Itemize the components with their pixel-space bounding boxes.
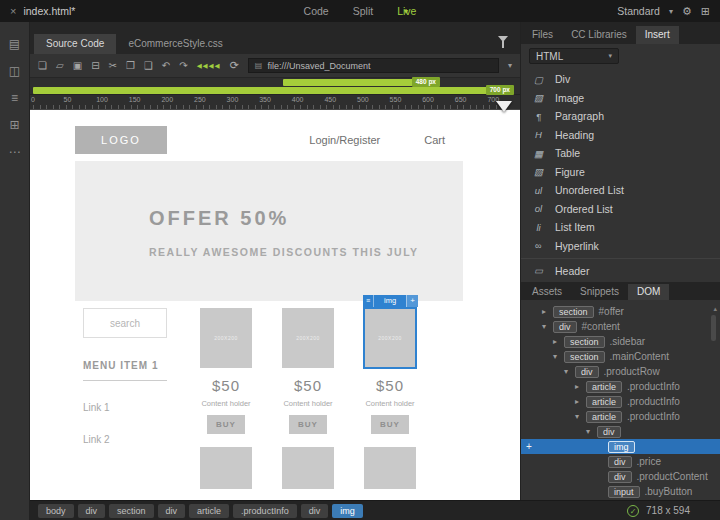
dom-tree-row[interactable]: + ▾ div xyxy=(521,424,720,439)
insert-item[interactable]: H Heading xyxy=(521,126,720,145)
dom-tag-pill[interactable]: img xyxy=(608,441,635,453)
workspace-selector[interactable]: Standard xyxy=(617,5,660,17)
insert-item[interactable]: ∞ Hyperlink xyxy=(521,237,720,256)
cart-link[interactable]: Cart xyxy=(424,134,445,146)
tag-selector-pill[interactable]: article xyxy=(189,504,229,518)
document-tab-title[interactable]: index.html* xyxy=(23,5,75,17)
toolbar-icon[interactable]: ↷ xyxy=(179,61,187,71)
dom-tree-row[interactable]: + div .price xyxy=(521,454,720,469)
toolbar-icon[interactable]: ❏ xyxy=(38,61,47,71)
dom-tree-row[interactable]: + ▾ div #content xyxy=(521,319,720,334)
panel-tab[interactable]: Insert xyxy=(636,26,679,44)
dom-tree-row[interactable]: + ▸ section .sidebar xyxy=(521,334,720,349)
tag-selector-pill[interactable]: section xyxy=(109,504,154,518)
login-register-link[interactable]: Login/Register xyxy=(309,134,380,146)
tag-selector-pill[interactable]: div xyxy=(78,504,106,518)
collapse-arrows-icon[interactable]: ◀◀◀◀ xyxy=(197,62,221,70)
dom-tree-row[interactable]: + div .productContent xyxy=(521,469,720,484)
related-file-tab[interactable]: eCommerceStyle.css xyxy=(116,34,234,54)
viewport-dimensions[interactable]: 718 x 594 xyxy=(646,505,690,516)
buy-button[interactable]: BUY xyxy=(207,415,245,434)
dom-tag-pill[interactable]: input xyxy=(608,486,640,498)
dom-tag-pill[interactable]: div xyxy=(575,366,599,378)
dom-disclosure-icon[interactable]: ▸ xyxy=(575,379,586,394)
dom-tree-row[interactable]: + ▸ section #offer xyxy=(521,304,720,319)
page-logo[interactable]: LOGO xyxy=(75,126,167,154)
insert-item[interactable]: ol Ordered List xyxy=(521,200,720,219)
dom-tag-pill[interactable]: div xyxy=(608,471,632,483)
dom-tag-pill[interactable]: article xyxy=(586,396,622,408)
media-query-480[interactable]: 480 px xyxy=(283,79,439,86)
search-input[interactable] xyxy=(83,308,167,338)
insert-item[interactable]: ▨ Image xyxy=(521,89,720,108)
dom-tree-row[interactable]: + input .buyButton xyxy=(521,484,720,499)
panel-tab[interactable]: Files xyxy=(523,26,562,44)
rail-icon[interactable]: ⋯ xyxy=(9,146,21,158)
dom-tag-pill[interactable]: article xyxy=(586,411,622,423)
bottom-panel-tab[interactable]: Assets xyxy=(523,284,571,300)
product-image-placeholder[interactable]: 200X200 xyxy=(282,308,334,368)
filter-related-files[interactable] xyxy=(498,28,508,46)
dom-add-element-icon[interactable]: + xyxy=(526,439,532,454)
rail-icon[interactable]: ⊞ xyxy=(9,119,19,131)
insert-item[interactable]: ▧ Figure xyxy=(521,163,720,182)
toolbar-icon[interactable]: ▣ xyxy=(73,61,82,71)
toolbar-icon[interactable]: ✂ xyxy=(109,61,117,71)
selected-element-badge[interactable]: ≡ img + xyxy=(363,295,418,307)
refresh-icon[interactable]: ⟳ xyxy=(230,59,239,72)
rail-icon[interactable]: ≡ xyxy=(11,92,18,104)
scrollbar-thumb[interactable] xyxy=(711,315,716,341)
toolbar-icon[interactable]: ❑ xyxy=(144,61,153,71)
toolbar-icon[interactable]: ❐ xyxy=(126,61,135,71)
insert-category-select[interactable]: HTML ▾ xyxy=(529,48,619,64)
dom-disclosure-icon[interactable]: ▸ xyxy=(553,334,564,349)
dom-disclosure-icon[interactable]: ▸ xyxy=(575,394,586,409)
dom-tag-pill[interactable]: article xyxy=(586,381,622,393)
dom-disclosure-icon[interactable]: ▾ xyxy=(564,364,575,379)
buy-button[interactable]: BUY xyxy=(371,415,409,434)
dom-tree-row[interactable]: + ▾ section .mainContent xyxy=(521,349,720,364)
insert-item[interactable]: ▭ Header xyxy=(521,262,720,281)
view-mode-button[interactable]: Split xyxy=(353,5,373,17)
address-caret-icon[interactable]: ▾ xyxy=(508,61,512,70)
tag-selector-pill[interactable]: img xyxy=(332,504,363,518)
insert-item[interactable]: ul Unordered List xyxy=(521,181,720,200)
insert-item[interactable]: ▦ Table xyxy=(521,144,720,163)
bottom-panel-tab[interactable]: Snippets xyxy=(571,284,628,300)
scrollbar-up-icon[interactable]: ▴ xyxy=(713,305,717,313)
product-image-placeholder[interactable]: 200X200 xyxy=(364,308,416,368)
tag-selector-pill[interactable]: body xyxy=(38,504,74,518)
live-view-caret-icon[interactable]: ▾ xyxy=(404,7,408,16)
tag-selector-pill[interactable]: div xyxy=(158,504,186,518)
toolbar-icon[interactable]: ⊟ xyxy=(91,61,99,71)
buy-button[interactable]: BUY xyxy=(289,415,327,434)
rail-icon[interactable]: ◫ xyxy=(9,65,20,77)
dom-disclosure-icon[interactable]: ▾ xyxy=(553,349,564,364)
dom-tree-row[interactable]: + ▾ article .productInfo xyxy=(521,409,720,424)
ruler-marker-icon[interactable] xyxy=(496,101,512,112)
dom-disclosure-icon[interactable]: ▾ xyxy=(542,319,553,334)
menu-link[interactable]: Link 1 xyxy=(83,402,167,413)
offer-hero-section[interactable]: OFFER 50% REALLY AWESOME DISCOUNTS THIS … xyxy=(75,161,463,301)
product-card[interactable]: ≡ + 200X200 $50 Content holder BUY xyxy=(282,308,334,489)
media-query-700[interactable]: 700 px xyxy=(33,87,513,94)
dom-tree-row[interactable]: + ▸ article .productInfo xyxy=(521,379,720,394)
tag-selector-pill[interactable]: div xyxy=(301,504,329,518)
dom-tag-pill[interactable]: div xyxy=(597,426,621,438)
insert-item[interactable]: li List Item xyxy=(521,218,720,237)
bottom-panel-tab[interactable]: DOM xyxy=(628,284,669,300)
product-card[interactable]: ≡ img + 200X200 $50 Content holder BUY xyxy=(364,308,416,489)
dom-tag-pill[interactable]: section xyxy=(553,306,594,318)
view-mode-button[interactable]: Code xyxy=(304,5,329,17)
close-document-icon[interactable]: × xyxy=(10,6,16,17)
workspace-caret-icon[interactable]: ▾ xyxy=(669,7,673,16)
menu-link[interactable]: Link 2 xyxy=(83,434,167,445)
dom-tag-pill[interactable]: div xyxy=(553,321,577,333)
dom-disclosure-icon[interactable]: ▾ xyxy=(575,409,586,424)
gear-icon[interactable]: ⚙ xyxy=(682,5,692,18)
toolbar-icon[interactable]: ↶ xyxy=(162,61,170,71)
product-card[interactable]: ≡ + 200X200 $50 Content holder BUY xyxy=(200,308,252,489)
add-element-icon[interactable]: + xyxy=(406,295,418,307)
dom-disclosure-icon[interactable]: ▸ xyxy=(542,304,553,319)
rail-icon[interactable]: ▤ xyxy=(9,38,20,50)
